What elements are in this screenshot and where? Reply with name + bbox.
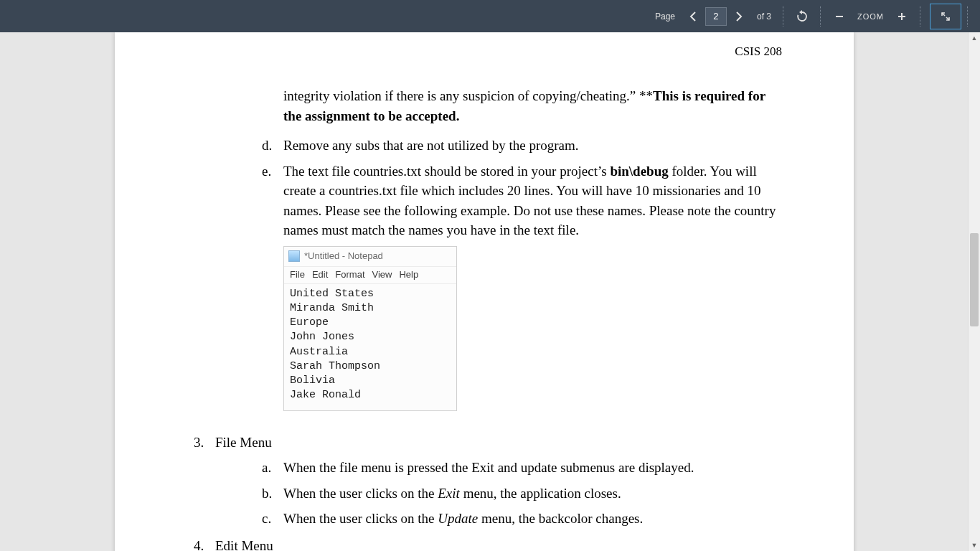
scroll-down-button[interactable]: ▼ <box>969 540 980 551</box>
toolbar-separator <box>967 6 969 27</box>
zoom-in-button[interactable] <box>890 5 914 28</box>
document-page: CSIS 208 integrity violation if there is… <box>115 32 854 551</box>
zoom-out-button[interactable] <box>827 5 852 28</box>
pdf-toolbar: Page of 3 ZOOM <box>0 0 980 32</box>
page-count-label: of 3 <box>751 0 777 32</box>
scroll-up-button[interactable]: ▲ <box>969 32 980 44</box>
notepad-screenshot: *Untitled - Notepad File Edit Format Vie… <box>283 246 457 411</box>
notepad-icon <box>288 250 300 262</box>
page-content: integrity violation if there is any susp… <box>201 86 782 551</box>
toolbar-separator <box>783 6 784 27</box>
list-marker-3b: b. <box>262 484 283 504</box>
rotate-button[interactable] <box>790 5 814 28</box>
list-item-d: Remove any subs that are not utilized by… <box>283 136 782 156</box>
zoom-label: ZOOM <box>852 0 890 32</box>
section-3-title: File Menu <box>215 433 782 453</box>
toolbar-separator <box>920 6 921 27</box>
list-item-3b: When the user clicks on the Exit menu, t… <box>283 484 782 504</box>
next-page-button[interactable] <box>727 5 751 28</box>
list-item-3a: When the file menu is pressed the Exit a… <box>283 458 782 478</box>
list-marker-3c: c. <box>262 509 283 529</box>
page-header-course: CSIS 208 <box>735 43 782 61</box>
list-marker-3a: a. <box>262 458 283 478</box>
page-label: Page <box>649 0 681 32</box>
toolbar-separator <box>820 6 821 27</box>
notepad-menubar: File Edit Format View Help <box>284 267 456 284</box>
continued-paragraph: integrity violation if there is any susp… <box>283 86 782 126</box>
page-number-input[interactable] <box>705 7 727 26</box>
fullscreen-button[interactable] <box>930 4 961 29</box>
list-item-3c: When the user clicks on the Update menu,… <box>283 509 782 529</box>
list-item-e: The text file countries.txt should be st… <box>283 161 782 240</box>
vertical-scrollbar[interactable]: ▲ ▼ <box>968 32 980 551</box>
scroll-thumb[interactable] <box>970 233 979 326</box>
list-marker-4: 4. <box>194 536 215 551</box>
prev-page-button[interactable] <box>681 5 705 28</box>
notepad-titlebar: *Untitled - Notepad <box>284 247 456 267</box>
list-marker-e: e. <box>262 161 283 240</box>
list-marker-d: d. <box>262 136 283 156</box>
notepad-body: United States Miranda Smith Europe John … <box>284 284 456 410</box>
document-viewer[interactable]: CSIS 208 integrity violation if there is… <box>0 32 969 551</box>
list-marker-3: 3. <box>194 433 215 453</box>
section-4-title: Edit Menu <box>215 536 782 551</box>
